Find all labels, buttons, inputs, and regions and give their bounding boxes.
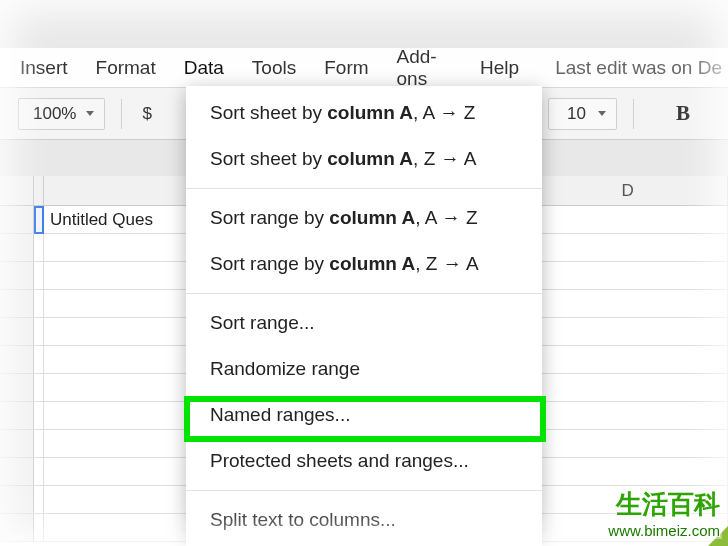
column-header-a[interactable] xyxy=(34,176,44,205)
cell[interactable] xyxy=(528,206,728,233)
menu-separator xyxy=(186,293,542,294)
zoom-value: 100% xyxy=(33,104,76,124)
menu-data[interactable]: Data xyxy=(170,49,238,87)
menu-sort-sheet-az[interactable]: Sort sheet by column A, A → Z xyxy=(186,90,542,136)
menu-split-text-to-columns[interactable]: Split text to columns... xyxy=(186,497,542,543)
menu-insert[interactable]: Insert xyxy=(6,49,82,87)
menu-tools[interactable]: Tools xyxy=(238,49,310,87)
chevron-down-icon xyxy=(598,111,606,116)
menu-form[interactable]: Form xyxy=(310,49,382,87)
watermark-title: 生活百科 xyxy=(614,487,722,522)
menu-named-ranges[interactable]: Named ranges... xyxy=(186,392,542,438)
last-edit-status: Last edit was on De xyxy=(555,57,722,79)
toolbar-separator xyxy=(121,99,122,129)
watermark: 生活百科 www.bimeiz.com xyxy=(606,487,722,540)
row-number[interactable] xyxy=(0,206,34,233)
menu-help[interactable]: Help xyxy=(466,49,533,87)
select-all-corner[interactable] xyxy=(0,176,34,205)
chevron-down-icon xyxy=(86,111,94,116)
data-menu-dropdown: Sort sheet by column A, A → Z Sort sheet… xyxy=(186,86,542,546)
bold-button[interactable]: B xyxy=(668,101,698,126)
cell[interactable] xyxy=(34,206,44,233)
menu-format[interactable]: Format xyxy=(82,49,170,87)
currency-format-button[interactable]: $ xyxy=(138,104,155,124)
toolbar-separator xyxy=(633,99,634,129)
watermark-url: www.bimeiz.com xyxy=(606,522,722,539)
menu-sort-sheet-za[interactable]: Sort sheet by column A, Z → A xyxy=(186,136,542,182)
menubar: Insert Format Data Tools Form Add-ons He… xyxy=(0,48,728,88)
menu-sort-range[interactable]: Sort range... xyxy=(186,300,542,346)
menu-randomize-range[interactable]: Randomize range xyxy=(186,346,542,392)
menu-sort-range-za[interactable]: Sort range by column A, Z → A xyxy=(186,241,542,287)
menu-protected-sheets[interactable]: Protected sheets and ranges... xyxy=(186,438,542,484)
menu-separator xyxy=(186,188,542,189)
font-size-dropdown[interactable]: 10 xyxy=(548,98,617,130)
menu-separator xyxy=(186,490,542,491)
menu-sort-range-az[interactable]: Sort range by column A, A → Z xyxy=(186,195,542,241)
column-header-d[interactable]: D xyxy=(528,176,728,205)
zoom-dropdown[interactable]: 100% xyxy=(18,98,105,130)
font-size-value: 10 xyxy=(567,104,586,124)
